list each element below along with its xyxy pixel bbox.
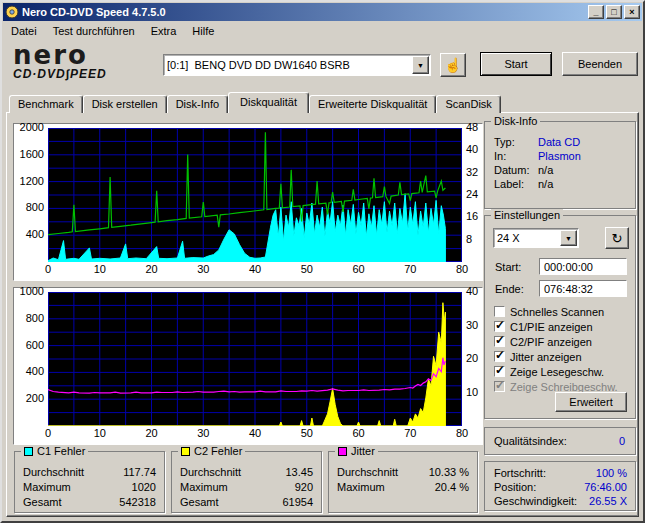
app-window: Nero CD-DVD Speed 4.7.5.0 _ □ × Datei Te… <box>0 0 645 523</box>
progress-label: Geschwindigkeit: <box>494 495 577 507</box>
axis-tick-label: 70 <box>400 428 420 439</box>
axis-tick-label: 80 <box>452 264 472 275</box>
axis-tick-label: 800 <box>14 313 44 324</box>
stat-label: Durchschnitt <box>23 466 84 478</box>
stat-value: 20.4 % <box>435 481 469 493</box>
axis-tick-label: 400 <box>14 366 44 377</box>
tab-scandisk[interactable]: ScanDisk <box>436 95 500 113</box>
group-title: Einstellungen <box>491 209 563 222</box>
logo-subtext: CD·DVD∫PEED <box>13 68 161 81</box>
stat-value: 542318 <box>119 496 156 508</box>
checkbox-row-c2-pif[interactable]: C2/PIF anzeigen <box>494 334 633 349</box>
axis-tick-label: 400 <box>14 229 44 240</box>
menu-item-hilfe[interactable]: Hilfe <box>184 23 222 39</box>
close-icon: × <box>629 8 634 17</box>
disk-info-group: Disk-Info Typ:Data CD In:Plasmon Datum:n… <box>484 121 636 209</box>
stat-label: Durchschnitt <box>337 466 398 478</box>
checkbox-row-lesegeschw[interactable]: Zeige Lesegeschw. <box>494 364 633 379</box>
disk-info-label: Datum: <box>494 164 529 176</box>
progress-label: Position: <box>494 481 536 493</box>
disk-info-label: Label: <box>494 178 524 190</box>
progress-value: 76:46.00 <box>584 481 627 493</box>
progress-value: 100 % <box>596 467 627 479</box>
advanced-button[interactable]: Erweitert <box>555 392 627 412</box>
checkbox-list: Schnelles Scannen C1/PIE anzeigen C2/PIF… <box>494 304 633 394</box>
axis-tick-label: 70 <box>400 264 420 275</box>
checkbox <box>494 336 505 347</box>
axis-tick-label: 30 <box>193 428 213 439</box>
checkbox-row-jitter[interactable]: Jitter anzeigen <box>494 349 633 364</box>
tab-erweiterte-diskqualitaet[interactable]: Erweiterte Diskqualität <box>309 95 436 113</box>
media-info-button[interactable]: ☝ <box>440 53 466 77</box>
dropdown-arrow-icon[interactable]: ▼ <box>560 230 577 246</box>
stat-label: Gesamt <box>23 496 62 508</box>
start-position-field[interactable]: 000:00:00 <box>539 258 627 275</box>
axis-tick-label: 30 <box>466 320 486 331</box>
quality-index-group: Qualitätsindex: 0 <box>484 427 636 455</box>
axis-tick-label: 40 <box>245 428 265 439</box>
axis-tick-label: 20 <box>142 428 162 439</box>
stat-value: 117.74 <box>123 466 156 478</box>
disk-info-label: Typ: <box>494 136 515 148</box>
refresh-button[interactable]: ↻ <box>605 227 629 249</box>
checkbox-row-c1-pie[interactable]: C1/PIE anzeigen <box>494 319 633 334</box>
speed-selector[interactable]: 24 X ▼ <box>493 228 579 248</box>
checkbox-label: Zeige Lesegeschw. <box>510 366 604 378</box>
menu-item-extra[interactable]: Extra <box>143 23 185 39</box>
tab-disk-erstellen[interactable]: Disk erstellen <box>83 95 167 113</box>
menu-item-datei[interactable]: Datei <box>3 23 45 39</box>
logo-text: nero <box>13 42 161 68</box>
drive-selector-value: [0:1] BENQ DVD DD DW1640 BSRB <box>164 59 412 71</box>
start-button[interactable]: Start <box>480 52 552 76</box>
checkbox-label: C2/PIF anzeigen <box>510 336 592 348</box>
app-icon <box>5 5 19 19</box>
minimize-icon: _ <box>593 8 598 17</box>
axis-tick-label: 1000 <box>14 286 44 297</box>
progress-label: Fortschritt: <box>494 467 546 479</box>
tab-disk-info[interactable]: Disk-Info <box>167 95 228 113</box>
menu-item-test-durchfuehren[interactable]: Test durchführen <box>45 23 143 39</box>
end-position-field[interactable]: 076:48:32 <box>539 280 627 297</box>
stat-value: 61954 <box>282 496 313 508</box>
drive-selector[interactable]: [0:1] BENQ DVD DD DW1640 BSRB ▼ <box>163 54 431 76</box>
quit-button[interactable]: Beenden <box>562 52 638 76</box>
statbox-title: C1 Fehler <box>37 445 85 458</box>
progress-group: Fortschritt:100 % Position:76:46.00 Gesc… <box>484 461 636 511</box>
titlebar: Nero CD-DVD Speed 4.7.5.0 _ □ × <box>3 3 642 21</box>
axis-tick-label: 10 <box>466 387 486 398</box>
checkbox-row-schnelles-scannen[interactable]: Schnelles Scannen <box>494 304 633 319</box>
axis-tick-label: 10 <box>90 428 110 439</box>
refresh-icon: ↻ <box>612 231 623 246</box>
axis-tick-label: 30 <box>193 264 213 275</box>
jitter-stats-box: Jitter Durchschnitt10.33 % Maximum20.4 % <box>328 451 478 513</box>
window-controls: _ □ × <box>588 5 640 19</box>
axis-tick-label: 0 <box>38 264 58 275</box>
axis-tick-label: 1200 <box>14 176 44 187</box>
c2-jitter-chart: 1000800600400200403020100102030405060708… <box>13 287 483 445</box>
axis-tick-label: 60 <box>349 428 369 439</box>
axis-tick-label: 20 <box>466 353 486 364</box>
nero-logo: nero CD·DVD∫PEED <box>13 42 161 81</box>
tab-page-diskqualitaet: 2000160012008004004840322416801020304050… <box>6 112 639 517</box>
c2-color-swatch <box>181 447 190 456</box>
checkbox-label: Zeige Schreibgeschw. <box>510 381 618 393</box>
maximize-button[interactable]: □ <box>606 5 622 19</box>
statbox-title: Jitter <box>351 445 375 458</box>
axis-tick-label: 800 <box>14 202 44 213</box>
axis-tick-label: 48 <box>466 122 486 133</box>
checkbox-label: Schnelles Scannen <box>510 306 604 318</box>
stat-label: Maximum <box>337 481 385 493</box>
quality-index-value: 0 <box>619 435 625 447</box>
plot-area <box>48 292 462 426</box>
axis-tick-label: 8 <box>466 234 486 245</box>
tab-benchmark[interactable]: Benchmark <box>9 95 83 113</box>
close-button[interactable]: × <box>624 5 640 19</box>
quality-index-label: Qualitätsindex: <box>494 435 567 447</box>
minimize-button[interactable]: _ <box>588 5 604 19</box>
start-position-label: Start: <box>495 261 521 273</box>
dropdown-arrow-icon[interactable]: ▼ <box>412 56 429 74</box>
checkbox-label: Jitter anzeigen <box>510 351 582 363</box>
axis-tick-label: 200 <box>14 393 44 404</box>
checkbox <box>494 351 505 362</box>
tab-diskqualitaet[interactable]: Diskqualität <box>228 92 309 113</box>
